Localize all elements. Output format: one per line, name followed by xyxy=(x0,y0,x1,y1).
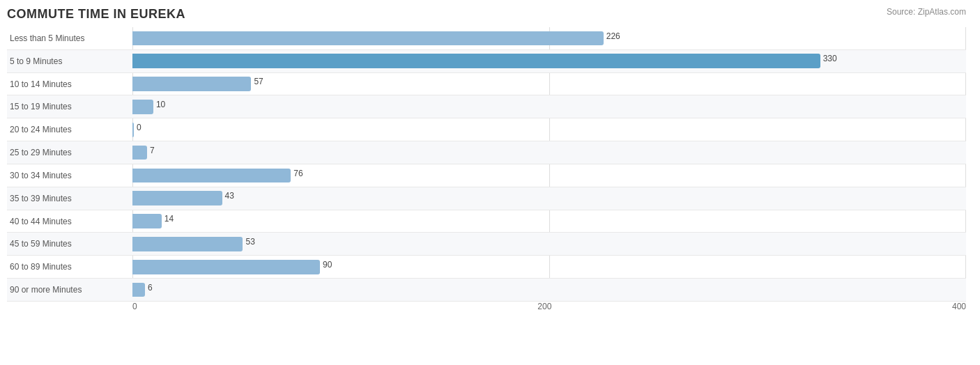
source-label: Source: ZipAtlas.com xyxy=(887,7,966,17)
x-axis-label: 200 xyxy=(537,302,551,311)
bar-track: 53 xyxy=(132,233,966,255)
bar-track: 10 xyxy=(132,95,966,118)
bar-track: 0 xyxy=(132,118,966,141)
bar-label: 20 to 24 Minutes xyxy=(7,123,132,136)
bar-row: 90 or more Minutes6 xyxy=(7,279,966,302)
bar: 53 xyxy=(132,237,243,251)
bar-value: 330 xyxy=(823,54,837,63)
bar-value: 10 xyxy=(156,100,165,109)
bar-row: 45 to 59 Minutes53 xyxy=(7,233,966,256)
bar-track: 76 xyxy=(132,164,966,187)
bar: 43 xyxy=(132,191,222,205)
bar-label: 10 to 14 Minutes xyxy=(7,78,132,91)
chart-container: COMMUTE TIME IN EUREKA Source: ZipAtlas.… xyxy=(0,0,980,365)
bar: 57 xyxy=(132,77,251,91)
x-axis: 0200400 xyxy=(132,302,966,323)
x-axis-label: 400 xyxy=(952,302,966,311)
bar-value: 7 xyxy=(150,146,155,155)
bar-value: 53 xyxy=(245,237,254,247)
bar-track: 14 xyxy=(132,210,966,233)
bar-track: 226 xyxy=(132,27,966,49)
bar-value: 0 xyxy=(137,123,141,132)
bar-track: 7 xyxy=(132,141,966,164)
chart-title: COMMUTE TIME IN EUREKA xyxy=(7,7,966,22)
bar-label: Less than 5 Minutes xyxy=(7,32,132,45)
bar-label: 90 or more Minutes xyxy=(7,284,132,296)
bar-value: 14 xyxy=(164,214,174,224)
bar-value: 90 xyxy=(323,260,332,270)
bar-label: 15 to 19 Minutes xyxy=(7,100,132,113)
bar-row: 20 to 24 Minutes0 xyxy=(7,118,966,141)
bar-row: 5 to 9 Minutes330 xyxy=(7,50,966,73)
bar-label: 25 to 29 Minutes xyxy=(7,146,132,159)
bar-track: 90 xyxy=(132,256,966,278)
bar-row: 40 to 44 Minutes14 xyxy=(7,210,966,233)
bar-row: Less than 5 Minutes226 xyxy=(7,27,966,50)
bar: 226 xyxy=(132,31,604,46)
bar-value: 6 xyxy=(148,283,153,293)
bar-value: 76 xyxy=(293,169,303,178)
bar: 0 xyxy=(132,123,134,137)
bar: 90 xyxy=(132,260,320,274)
bar-row: 30 to 34 Minutes76 xyxy=(7,164,966,187)
bar-value: 226 xyxy=(606,31,620,41)
bar-track: 330 xyxy=(132,50,966,72)
bar-row: 35 to 39 Minutes43 xyxy=(7,187,966,210)
bar: 330 xyxy=(132,54,820,68)
x-axis-label: 0 xyxy=(132,302,137,311)
bar-label: 35 to 39 Minutes xyxy=(7,192,132,205)
bar-value: 57 xyxy=(254,77,263,86)
bar-label: 40 to 44 Minutes xyxy=(7,215,132,228)
bar-label: 45 to 59 Minutes xyxy=(7,238,132,250)
bar-row: 60 to 89 Minutes90 xyxy=(7,256,966,279)
bar-row: 10 to 14 Minutes57 xyxy=(7,73,966,96)
bar-label: 5 to 9 Minutes xyxy=(7,55,132,68)
bar: 10 xyxy=(132,100,153,114)
bar-track: 57 xyxy=(132,73,966,95)
bar-label: 30 to 34 Minutes xyxy=(7,169,132,182)
bar-track: 43 xyxy=(132,187,966,210)
bar: 14 xyxy=(132,214,162,228)
bar-row: 15 to 19 Minutes10 xyxy=(7,95,966,118)
bar-value: 43 xyxy=(225,191,234,201)
chart-area: Less than 5 Minutes2265 to 9 Minutes3301… xyxy=(7,27,966,323)
bar: 76 xyxy=(132,169,291,183)
bar-track: 6 xyxy=(132,279,966,301)
bar: 6 xyxy=(132,283,145,297)
bar-label: 60 to 89 Minutes xyxy=(7,261,132,273)
bar: 7 xyxy=(132,146,147,160)
bars-wrapper: Less than 5 Minutes2265 to 9 Minutes3301… xyxy=(7,27,966,302)
bar-row: 25 to 29 Minutes7 xyxy=(7,141,966,164)
